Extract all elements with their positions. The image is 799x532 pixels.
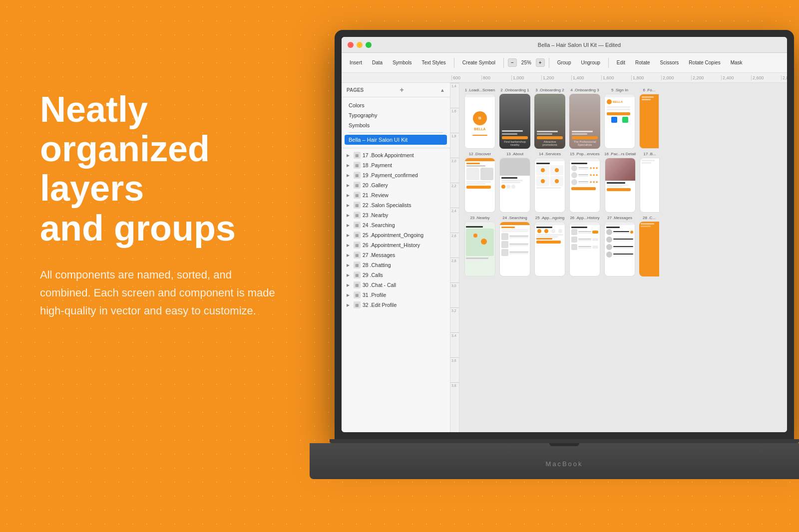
data-button[interactable]: Data	[368, 58, 387, 67]
screen-card-pop-services: 15 .Pop...ervices	[569, 152, 600, 213]
layer-review[interactable]: ▶ ▦ 21 .Review	[342, 190, 450, 200]
sketch-toolbar: Insert Data Symbols Text Styles Create S…	[342, 53, 787, 73]
screen-label-23: 23 .Nearby	[470, 216, 489, 220]
rotate-copies-button[interactable]: Rotate Copies	[685, 58, 724, 67]
phone-nearby	[464, 222, 495, 276]
phone-onboarding3: The Professional Specialists	[569, 94, 600, 149]
v-ruler-3400: 3,4	[450, 332, 459, 357]
zoom-out-button[interactable]: −	[508, 58, 517, 67]
ruler-mark-800: 800	[481, 75, 511, 80]
layer-arrow-icon: ▶	[347, 253, 352, 258]
layer-name: 28 .Chatting	[363, 262, 391, 268]
screen-label-13: 13 .About	[506, 152, 523, 156]
layer-arrow-icon: ▶	[347, 293, 352, 297]
screen-card-onboarding1: 2 .Onboarding 1 Find barbershop nearby	[499, 88, 530, 149]
layer-group-icon: ▦	[354, 202, 361, 209]
text-styles-button[interactable]: Text Styles	[418, 58, 450, 67]
layer-arrow-icon: ▶	[347, 173, 352, 178]
collapse-icon[interactable]: ▲	[440, 87, 445, 93]
ruler-mark-1400: 1,400	[571, 75, 601, 80]
layer-arrow-icon: ▶	[347, 273, 352, 277]
layer-searching[interactable]: ▶ ▦ 24 .Searching	[342, 220, 450, 230]
sidebar-page-bella[interactable]: Bella – Hair Salon UI Kit	[345, 135, 447, 145]
layer-book-appointment[interactable]: ▶ ▦ 17 .Book Appointment	[342, 150, 450, 160]
screen-label-27: 27 .Messages	[607, 216, 632, 220]
screen-card-28: 28 .C...	[639, 216, 659, 276]
layer-appointment-history[interactable]: ▶ ▦ 26 .Appointment_History	[342, 240, 450, 250]
screen-card-services: 14 .Services	[534, 152, 565, 213]
layer-appointment-ongoing[interactable]: ▶ ▦ 25 .Appointment_Ongoing	[342, 230, 450, 240]
screen-card-package-detail: 16 .Pac...rs Detail	[604, 152, 636, 213]
layer-name: 19 .Payment_confirmed	[363, 172, 418, 178]
canvas-area[interactable]: 1 .Loadi...Screen B BELLA	[459, 83, 787, 432]
layer-payment-confirmed[interactable]: ▶ ▦ 19 .Payment_confirmed	[342, 170, 450, 180]
phone-onboarding2: Attractive promotions	[534, 94, 565, 149]
screen-card-nearby: 23 .Nearby	[464, 216, 495, 276]
screen-label-5: 5 .Sign In	[611, 88, 628, 92]
group-button[interactable]: Group	[553, 58, 575, 67]
layer-name: 22 .Salon Specialists	[363, 202, 411, 208]
ruler-mark-1800: 1,800	[631, 75, 661, 80]
layer-arrow-icon: ▶	[347, 303, 352, 307]
screen-label-3: 3 .Onboarding 2	[535, 88, 564, 92]
layer-name: 21 .Review	[363, 192, 389, 198]
layer-group-icon: ▦	[354, 271, 361, 278]
symbols-button[interactable]: Symbols	[389, 58, 415, 67]
layer-group-icon: ▦	[354, 222, 361, 229]
ruler-mark-1200: 1,200	[541, 75, 571, 80]
layer-name: 31 .Profile	[363, 292, 386, 298]
minimize-button[interactable]	[357, 42, 363, 48]
v-ruler-2000: 2,0	[450, 158, 459, 183]
layer-chatting[interactable]: ▶ ▦ 28 .Chatting	[342, 260, 450, 270]
create-symbol-button[interactable]: Create Symbol	[458, 58, 499, 67]
layer-group-icon: ▦	[354, 242, 361, 249]
window-title: Bella – Hair Salon UI Kit — Edited	[538, 42, 621, 48]
layer-arrow-icon: ▶	[347, 243, 352, 248]
maximize-button[interactable]	[366, 42, 372, 48]
layer-messages[interactable]: ▶ ▦ 27 .Messages	[342, 250, 450, 260]
layer-calls[interactable]: ▶ ▦ 29 .Calls	[342, 270, 450, 280]
ruler-mark-2600: 2,600	[751, 75, 781, 80]
layer-group-icon: ▦	[354, 281, 361, 288]
close-button[interactable]	[348, 42, 354, 48]
layer-nearby[interactable]: ▶ ▦ 23 .Nearby	[342, 210, 450, 220]
edit-button[interactable]: Edit	[613, 58, 629, 67]
v-ruler-2600: 2,6	[450, 233, 459, 258]
screen-card-onboarding2: 3 .Onboarding 2 Attractive promotions	[534, 88, 565, 149]
add-page-icon[interactable]: +	[400, 86, 404, 94]
v-ruler-2400: 2,4	[450, 208, 459, 233]
layer-chat-call[interactable]: ▶ ▦ 30 .Chat - Call	[342, 280, 450, 290]
screen-card-appointment-history: 26 .App...History	[569, 216, 600, 276]
zoom-in-button[interactable]: +	[536, 58, 545, 67]
layer-salon-specialists[interactable]: ▶ ▦ 22 .Salon Specialists	[342, 200, 450, 210]
layer-group-icon: ▦	[354, 232, 361, 239]
layer-name: 29 .Calls	[363, 272, 383, 278]
screen-card-loading: 1 .Loadi...Screen B BELLA	[464, 88, 495, 149]
layer-gallery[interactable]: ▶ ▦ 20 .Gallery	[342, 180, 450, 190]
layer-edit-profile[interactable]: ▶ ▦ 32 .Edit Profile	[342, 300, 450, 310]
insert-button[interactable]: Insert	[346, 58, 366, 67]
sidebar-layers: ▶ ▦ 17 .Book Appointment ▶ ▦ 18 .Payment…	[342, 148, 450, 432]
layer-name: 17 .Book Appointment	[363, 152, 414, 158]
sidebar-page-colors[interactable]: Colors	[342, 100, 450, 110]
layer-name: 26 .Appointment_History	[363, 242, 420, 248]
ungroup-button[interactable]: Ungroup	[577, 58, 604, 67]
sidebar-page-typography[interactable]: Typography	[342, 110, 450, 120]
mask-button[interactable]: Mask	[727, 58, 747, 67]
scissors-button[interactable]: Scissors	[656, 58, 683, 67]
layer-arrow-icon: ▶	[347, 193, 352, 198]
screen-label-25: 25 .App...ngoing	[535, 216, 564, 220]
sidebar-header: PAGES + ▲	[342, 83, 450, 97]
phone-about	[499, 158, 530, 213]
sidebar-page-symbols[interactable]: Symbols	[342, 120, 450, 130]
phone-signin: BELLA	[604, 94, 635, 149]
layer-group-icon: ▦	[354, 192, 361, 199]
layer-name: 27 .Messages	[363, 252, 395, 258]
layer-name: 25 .Appointment_Ongoing	[363, 232, 423, 238]
layer-payment[interactable]: ▶ ▦ 18 .Payment	[342, 160, 450, 170]
layer-name: 32 .Edit Profile	[363, 302, 397, 308]
rotate-button[interactable]: Rotate	[631, 58, 654, 67]
screen-card-appointment-ongoing: 25 .App...ngoing	[534, 216, 565, 276]
layer-profile[interactable]: ▶ ▦ 31 .Profile	[342, 290, 450, 300]
laptop-base: MacBook	[310, 439, 799, 479]
